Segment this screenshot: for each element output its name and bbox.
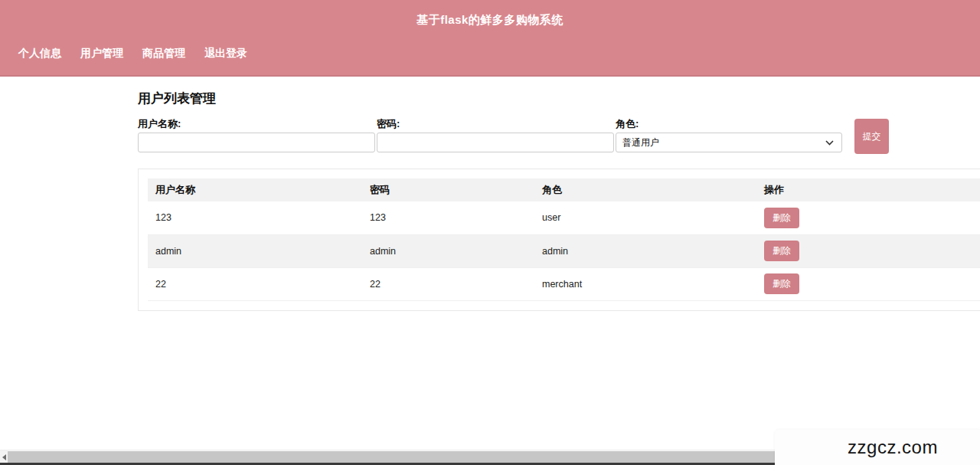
- chevron-down-icon: [825, 140, 834, 146]
- role-field-group: 角色: 普通用户: [616, 119, 842, 152]
- cell-username: 123: [148, 201, 362, 234]
- cell-role: merchant: [534, 267, 756, 300]
- table-row: admin admin admin 删除: [148, 234, 980, 267]
- delete-button[interactable]: 删除: [764, 273, 799, 294]
- column-header-password: 密码: [362, 178, 534, 201]
- cell-password: admin: [362, 234, 534, 267]
- table-row: 22 22 merchant 删除: [148, 267, 980, 300]
- password-label: 密码:: [377, 119, 614, 129]
- column-header-role: 角色: [534, 178, 756, 201]
- cell-username: 22: [148, 267, 362, 300]
- watermark: zzgcz.com: [775, 430, 980, 465]
- username-label: 用户名称:: [138, 119, 375, 129]
- user-table-panel: 用户名称 密码 角色 操作 123 123 user 删除 admin admi…: [138, 169, 980, 311]
- cell-role: admin: [534, 234, 756, 267]
- nav-item-logout[interactable]: 退出登录: [204, 47, 247, 61]
- column-header-actions: 操作: [756, 178, 980, 201]
- hscroll-thumb[interactable]: [8, 451, 775, 463]
- column-header-username: 用户名称: [148, 178, 362, 201]
- cell-password: 22: [362, 267, 534, 300]
- role-label: 角色:: [616, 119, 842, 129]
- cell-username: admin: [148, 234, 362, 267]
- table-header-row: 用户名称 密码 角色 操作: [148, 178, 980, 201]
- submit-button[interactable]: 提交: [854, 119, 889, 154]
- main-nav: 个人信息 用户管理 商品管理 退出登录: [18, 47, 247, 61]
- scroll-left-arrow-icon: [2, 454, 6, 460]
- user-table: 用户名称 密码 角色 操作 123 123 user 删除 admin admi…: [148, 178, 980, 301]
- username-field-group: 用户名称:: [138, 119, 375, 152]
- cell-role: user: [534, 201, 756, 234]
- role-select-value: 普通用户: [622, 136, 659, 149]
- password-input[interactable]: [377, 133, 614, 152]
- nav-item-profile[interactable]: 个人信息: [18, 47, 61, 61]
- app-title: 基于flask的鲜多多购物系统: [0, 13, 980, 28]
- delete-button[interactable]: 删除: [764, 208, 799, 228]
- cell-password: 123: [362, 201, 534, 234]
- nav-item-user-management[interactable]: 用户管理: [80, 47, 123, 61]
- role-select[interactable]: 普通用户: [616, 133, 842, 152]
- app-header: 基于flask的鲜多多购物系统 个人信息 用户管理 商品管理 退出登录: [0, 0, 980, 77]
- password-field-group: 密码:: [377, 119, 614, 152]
- username-input[interactable]: [138, 133, 375, 152]
- page-title: 用户列表管理: [138, 90, 980, 107]
- nav-item-product-management[interactable]: 商品管理: [142, 47, 185, 61]
- scroll-left-button[interactable]: [0, 450, 8, 463]
- user-create-form: 用户名称: 密码: 角色: 普通用户 提交: [138, 119, 980, 154]
- delete-button[interactable]: 删除: [764, 241, 799, 261]
- main-content: 用户列表管理 用户名称: 密码: 角色: 普通用户 提交 用户名称: [0, 90, 980, 311]
- table-row: 123 123 user 删除: [148, 201, 980, 234]
